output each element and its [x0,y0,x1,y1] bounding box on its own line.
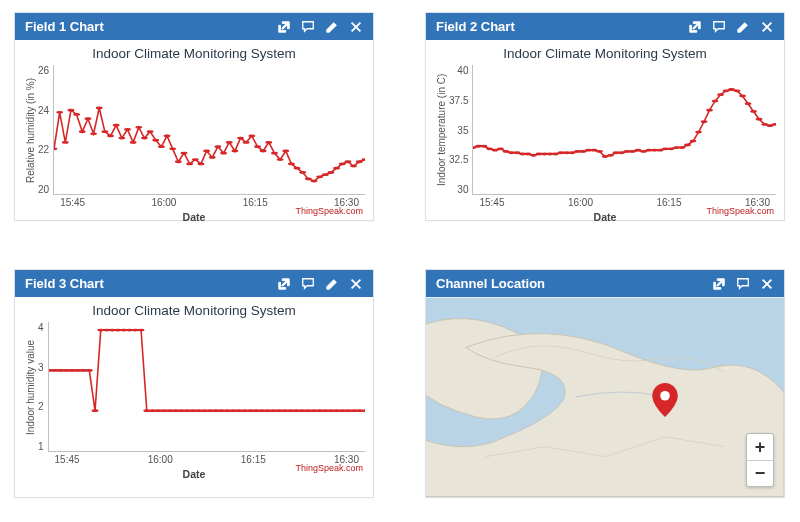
svg-point-120 [91,409,98,412]
svg-point-167 [362,409,365,412]
y-axis-label: Indoor humidity value [23,322,38,452]
comment-icon[interactable] [301,20,315,34]
zoom-out-button[interactable]: − [747,460,773,486]
svg-point-107 [751,110,758,113]
popout-icon[interactable] [277,20,291,34]
credit-link[interactable]: ThingSpeak.com [295,463,363,473]
svg-point-23 [181,152,188,155]
panel-header-field3: Field 3 Chart [15,270,373,297]
plot-area-field1[interactable]: 15:45 16:00 16:15 16:30 [53,65,365,195]
popout-icon[interactable] [277,277,291,291]
svg-point-58 [481,145,488,148]
chart-title: Indoor Climate Monitoring System [23,303,365,318]
svg-point-30 [220,152,227,155]
plot-area-field3[interactable]: 15:45 16:00 16:15 16:30 [48,322,365,452]
svg-point-1 [56,111,63,114]
panel-header-field2: Field 2 Chart [426,13,784,40]
svg-point-32 [232,150,239,153]
svg-point-108 [756,118,763,121]
svg-point-29 [215,145,222,148]
svg-point-10 [107,135,114,138]
svg-point-47 [316,175,323,178]
map-illustration [426,297,784,497]
chart-title: Indoor Climate Monitoring System [23,46,365,61]
plot-area-field2[interactable]: 15:45 16:00 16:15 16:30 [472,65,776,195]
chart-title: Indoor Climate Monitoring System [434,46,776,61]
panel-field3: Field 3 Chart Indoor Climate Monitoring … [14,269,374,498]
popout-icon[interactable] [688,20,702,34]
svg-point-12 [119,137,126,140]
panel-field2: Field 2 Chart Indoor Climate Monitoring … [425,12,785,221]
svg-point-96 [690,140,697,143]
panel-title: Field 1 Chart [25,19,277,34]
close-icon[interactable] [349,20,363,34]
svg-point-36 [254,145,261,148]
svg-point-53 [350,165,357,168]
svg-point-98 [701,120,708,123]
svg-point-95 [685,144,692,147]
svg-point-42 [288,162,295,165]
y-axis-ticks: 26 24 22 20 [38,65,53,195]
pencil-icon[interactable] [325,20,339,34]
svg-point-15 [135,126,142,129]
pencil-icon[interactable] [325,277,339,291]
credit-link[interactable]: ThingSpeak.com [295,206,363,216]
svg-point-54 [356,160,363,163]
svg-point-5 [79,130,86,133]
svg-point-33 [237,137,244,140]
svg-point-11 [113,124,120,127]
svg-point-25 [192,158,199,161]
panel-title: Field 2 Chart [436,19,688,34]
comment-icon[interactable] [736,277,750,291]
map-area[interactable]: + − [426,297,784,497]
y-axis-label: Relative humidity (in %) [23,65,38,195]
panel-header-field1: Field 1 Chart [15,13,373,40]
close-icon[interactable] [760,277,774,291]
svg-point-21 [169,147,176,150]
svg-point-41 [282,150,289,153]
svg-point-104 [734,89,741,92]
close-icon[interactable] [760,20,774,34]
y-axis-ticks: 4 3 2 1 [38,322,48,452]
comment-icon[interactable] [301,277,315,291]
svg-point-48 [322,173,329,176]
svg-point-16 [141,137,148,140]
svg-point-128 [137,329,144,332]
comment-icon[interactable] [712,20,726,34]
svg-point-7 [90,132,97,135]
svg-point-9 [102,130,109,133]
svg-point-46 [311,180,318,183]
pencil-icon[interactable] [736,20,750,34]
zoom-in-button[interactable]: + [747,434,773,460]
svg-point-4 [73,113,80,116]
svg-point-34 [243,141,250,144]
panel-field1: Field 1 Chart Indoor Climate Monitoring … [14,12,374,221]
popout-icon[interactable] [712,277,726,291]
svg-point-14 [130,141,137,144]
panel-title: Channel Location [436,276,712,291]
svg-point-8 [96,107,103,110]
svg-point-40 [277,158,284,161]
svg-point-105 [740,95,747,98]
svg-point-49 [328,171,335,174]
svg-point-3 [68,109,75,112]
credit-link[interactable]: ThingSpeak.com [706,206,774,216]
svg-point-97 [696,131,703,134]
svg-point-169 [660,391,670,401]
panel-header-location: Channel Location [426,270,784,297]
svg-point-17 [147,130,154,133]
svg-point-43 [294,167,301,170]
svg-point-35 [249,135,256,138]
svg-point-37 [260,150,267,153]
svg-point-45 [305,178,312,181]
svg-point-18 [152,139,159,142]
svg-point-39 [271,152,278,155]
close-icon[interactable] [349,277,363,291]
svg-point-50 [333,167,340,170]
svg-point-27 [203,150,210,153]
svg-point-28 [209,156,216,159]
location-pin-icon [652,383,678,417]
svg-point-61 [498,147,505,150]
chart-body-field1: Indoor Climate Monitoring System Relativ… [15,40,373,220]
map-zoom-control: + − [746,433,774,487]
